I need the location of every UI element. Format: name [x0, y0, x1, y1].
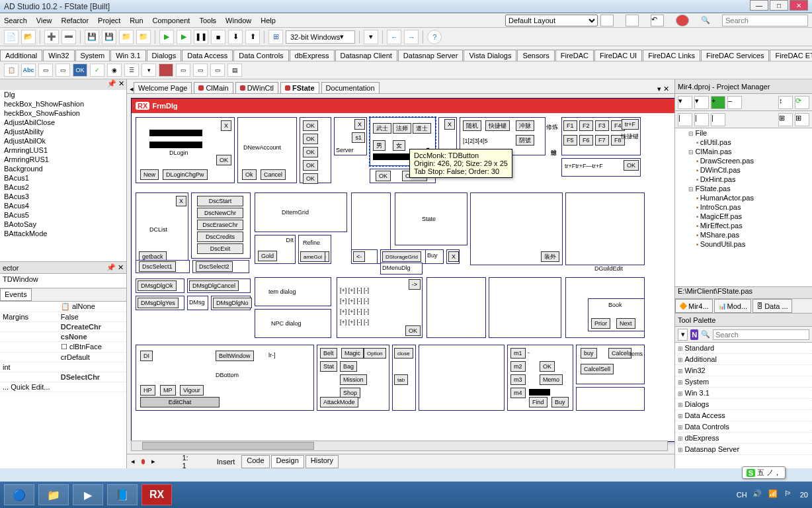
pal-cat[interactable]: Data Controls: [675, 421, 812, 433]
panel-buy[interactable]: Buy: [425, 249, 444, 264]
pm-tb-sort[interactable]: ↕: [778, 96, 793, 109]
btn-ok[interactable]: OK: [216, 155, 231, 165]
pal-filter[interactable]: ▾: [678, 329, 688, 341]
layout-icon2[interactable]: [626, 15, 639, 26]
horiz-scrollbar[interactable]: [131, 441, 668, 451]
tb-remove[interactable]: ➖: [61, 30, 76, 44]
tab-clmain[interactable]: ClMain: [194, 82, 233, 93]
object-inspector[interactable]: 📋 alNone MarginsFalse DCreateChr csNone …: [0, 302, 126, 468]
tb-save[interactable]: 💾: [85, 30, 99, 44]
minimize-button[interactable]: —: [750, 0, 768, 11]
btn-dmsg[interactable]: DMsg: [187, 296, 208, 310]
pm-file[interactable]: ClMain.pas: [675, 147, 812, 156]
layout-combo[interactable]: Default Layout: [505, 15, 598, 26]
pm-file[interactable]: MagicEff.pas: [675, 212, 812, 221]
pm-tb2-2[interactable]: |: [694, 113, 709, 126]
pm-tab-mir4[interactable]: 🔶Mir4...: [675, 299, 713, 313]
comp-list[interactable]: ☰: [124, 64, 139, 77]
btn-x[interactable]: X: [221, 120, 231, 131]
cat-vista[interactable]: Vista Dialogs: [464, 50, 516, 61]
panel-plusminus[interactable]: -> [+] [+] [-] [-] [+] [+] [-] [-] [+] […: [337, 277, 423, 338]
pm-tb2-1[interactable]: |: [678, 113, 692, 126]
pm-root[interactable]: File: [675, 128, 812, 138]
pm-tb2-5[interactable]: ⊞: [795, 113, 809, 126]
cat-dialogs[interactable]: Dialogs: [147, 50, 182, 61]
pm-tb-remove[interactable]: –: [727, 96, 742, 109]
stop-button[interactable]: ■: [211, 30, 225, 44]
comp-check[interactable]: ✓: [90, 64, 104, 77]
cat-win31[interactable]: Win 3.1: [110, 50, 145, 61]
step-over-button[interactable]: ⬇: [228, 30, 243, 44]
inspector-type[interactable]: TDWindow: [0, 274, 126, 288]
tray-icon[interactable]: 🔊: [752, 489, 763, 500]
panel-tri1[interactable]: [419, 345, 505, 411]
panel-dnewaccount[interactable]: DNewAccount Ok Cancel: [237, 117, 297, 183]
tb-open[interactable]: 📂: [21, 30, 36, 44]
panel-right1[interactable]: [565, 192, 645, 265]
run-button[interactable]: ▶: [159, 30, 174, 44]
struct-item[interactable]: Background: [0, 164, 126, 173]
panel-menu[interactable]: Belt Magic Option Stat Bag Mission Shop …: [317, 345, 389, 411]
panel-ditemgrid[interactable]: DItemGrid: [255, 192, 347, 232]
menu-project[interactable]: Project: [98, 17, 120, 24]
panel-dsc[interactable]: DscStart DscNewChr DscEraseChr DscCredit…: [191, 192, 251, 259]
cat-dbexpress[interactable]: dbExpress: [290, 50, 335, 61]
struct-item[interactable]: Dlg: [0, 90, 126, 99]
panel-npcdialog[interactable]: NPC dialog: [255, 309, 331, 338]
pal-cat[interactable]: Win 3.1: [675, 388, 812, 399]
struct-item[interactable]: AdjustAbilOk: [0, 136, 126, 146]
structure-tree[interactable]: Dlg heckBox_hShowFashion heckBox_ShowFas…: [0, 90, 126, 262]
pm-tb2-4[interactable]: ⊞: [778, 113, 793, 126]
platform-combo[interactable]: 32-bit Windows ▾: [286, 30, 355, 44]
pal-cat[interactable]: Win32: [675, 365, 812, 376]
pm-tb-refresh[interactable]: ⟳: [795, 96, 809, 109]
cat-dsserver[interactable]: Datasnap Server: [398, 50, 464, 61]
pm-file[interactable]: MirEffect.pas: [675, 221, 812, 230]
comp-scroll[interactable]: [159, 64, 173, 77]
pal-cat[interactable]: dbExpress: [675, 433, 812, 444]
cat-firedacui[interactable]: FireDAC UI: [594, 50, 642, 61]
inspector-events-tab[interactable]: Events: [0, 288, 32, 301]
panel-state[interactable]: State: [395, 192, 467, 245]
comp-group[interactable]: ▭: [176, 64, 190, 77]
panel-trf[interactable]: tr+Ftr+F—tr+F OK: [561, 158, 641, 177]
cat-win32[interactable]: Win32: [43, 50, 74, 61]
pause-button[interactable]: ❚❚: [194, 30, 208, 44]
task-media[interactable]: ▶: [73, 484, 103, 505]
tab-docs[interactable]: Documentation: [321, 82, 380, 93]
pm-tb-add[interactable]: +: [711, 96, 725, 109]
comp-btn1[interactable]: 📋: [4, 64, 19, 77]
undo-icon[interactable]: ↶: [651, 15, 664, 26]
cat-dataaccess[interactable]: Data Access: [182, 50, 233, 61]
comp-panel[interactable]: ▭: [210, 64, 225, 77]
pm-file[interactable]: cliUtil.pas: [675, 138, 812, 147]
btn-dmsgdlgyes[interactable]: DMsgDlgYes: [136, 296, 184, 310]
panel-btm-right[interactable]: [576, 387, 645, 411]
status-prev[interactable]: ◂: [131, 457, 135, 466]
stop-icon[interactable]: [676, 15, 689, 26]
search-input-top[interactable]: [722, 15, 808, 26]
struct-item[interactable]: AdjustAbility: [0, 127, 126, 136]
pm-file[interactable]: MShare.pas: [675, 230, 812, 239]
layout-icon1[interactable]: [600, 15, 614, 26]
panel-misc2[interactable]: [489, 277, 561, 338]
inspector-pin[interactable]: 📌 ✕: [106, 263, 124, 272]
pm-tab-data[interactable]: 🗄Data ...: [752, 299, 792, 313]
menu-help[interactable]: Help: [261, 17, 276, 24]
design-form[interactable]: RXFrmDlg DLogin X OK New DLoginChgPw DNe…: [131, 98, 674, 442]
struct-item[interactable]: ArmringRUS1: [0, 155, 126, 164]
palette-list[interactable]: Standard Additional Win32 System Win 3.1…: [675, 343, 812, 468]
struct-item[interactable]: BAttackMode: [0, 229, 126, 238]
task-radstudio[interactable]: RX: [142, 484, 172, 505]
maximize-button[interactable]: □: [770, 0, 788, 11]
panel-gold[interactable]: DIt Gold: [255, 235, 296, 264]
panel-itemdialog[interactable]: tem dialog: [255, 277, 331, 306]
cat-additional[interactable]: Additional: [0, 50, 42, 61]
struct-item[interactable]: BAcus4: [0, 201, 126, 210]
tb-folder[interactable]: 📁: [119, 30, 134, 44]
comp-ok[interactable]: OK: [73, 64, 87, 77]
panel-dmenudlg[interactable]: DMenuDlg: [380, 263, 423, 275]
btn-dmsgdlgok[interactable]: DMsgDlgOk: [136, 278, 184, 293]
tray-ch[interactable]: CH: [737, 491, 747, 499]
menu-component[interactable]: Component: [153, 17, 190, 24]
